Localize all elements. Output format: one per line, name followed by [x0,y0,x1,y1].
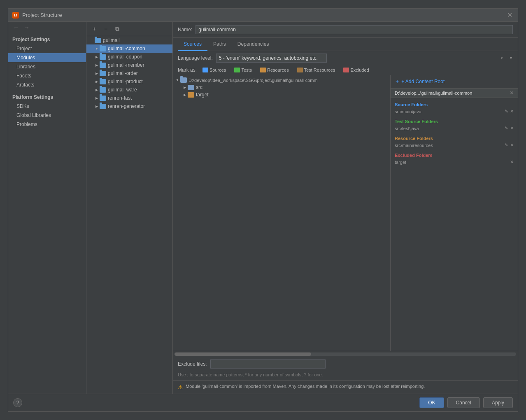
sidebar-item-global-libraries[interactable]: Global Libraries [8,111,86,120]
dir-item-root[interactable]: ▼ D:\develop\Idea_workspace\SGG\project\… [173,77,390,84]
dir-item-src[interactable]: ▶ src [173,84,390,91]
target-folder-icon [188,92,194,98]
dir-arrow-right: ▶ [182,86,188,89]
folder-icon [95,38,101,43]
tree-item-gulimall-product[interactable]: ▶ gulimall-product [86,77,172,86]
root-header-path: D:\develop...\gulimall\gulimall-common [395,91,472,96]
root-folder-icon [180,77,187,83]
mark-as-bar: Mark as: Sources Tests Resources Test Re… [173,65,518,75]
tree-arrow-right: ▶ [94,105,100,108]
source-folder-entry: src\main\java ✎ ✕ [391,108,518,115]
tree-item-gulimall-common[interactable]: ▼ gulimall-common [86,44,172,53]
src-folder-icon [188,85,194,90]
cancel-button[interactable]: Cancel [447,397,480,408]
resource-folder-remove-button[interactable]: ✕ [510,142,514,148]
test-source-folder-remove-button[interactable]: ✕ [510,126,514,131]
test-source-folder-edit-button[interactable]: ✎ [505,126,508,131]
resource-folder-path: src\main\resources [395,143,433,148]
exclude-files-input[interactable] [210,359,326,369]
sidebar-item-modules[interactable]: Modules [8,53,86,62]
horizontal-scrollbar[interactable] [173,351,518,357]
add-content-root-button[interactable]: + + Add Content Root [391,75,518,89]
folder-icon-product [100,79,106,84]
language-level-label: Language level: [178,55,213,61]
mark-as-tests-button[interactable]: Tests [232,67,254,73]
project-structure-dialog: IJ Project Structure ✕ ← → Project Setti… [8,8,518,412]
back-button[interactable]: ← [12,23,21,32]
name-input[interactable] [196,25,513,34]
sidebar-item-libraries[interactable]: Libraries [8,62,86,71]
warning-text: Module 'gulimall-common' is imported fro… [186,383,425,390]
help-button[interactable]: ? [13,398,22,407]
excluded-folder-remove-button[interactable]: ✕ [510,159,514,165]
tree-item-renren-generator[interactable]: ▶ renren-generator [86,102,172,110]
sidebar-item-facets[interactable]: Facets [8,71,86,80]
close-button[interactable]: ✕ [505,11,514,19]
name-label: Name: [178,27,192,33]
tab-sources[interactable]: Sources [178,38,207,51]
mark-as-sources-button[interactable]: Sources [200,67,228,73]
dir-item-target[interactable]: ▶ target [173,91,390,98]
language-level-bar: Language level: 5 - 'enum' keyword, gene… [173,51,518,65]
mark-as-test-resources-button[interactable]: Test Resources [295,67,338,73]
exclude-files-label: Exclude files: [178,361,207,367]
tree-arrow-right: ▶ [94,55,100,59]
forward-button[interactable]: → [22,23,31,32]
tree-arrow-right: ▶ [94,96,100,100]
folder-icon-common [100,46,106,51]
tree-item-gulimall-coupon[interactable]: ▶ gulimall-coupon [86,53,172,61]
resource-folder-edit-button[interactable]: ✎ [505,142,508,148]
folder-icon-renren-fast [100,96,106,101]
dialog-title: Project Structure [22,12,62,18]
excluded-icon [343,68,349,72]
source-folder-remove-button[interactable]: ✕ [510,109,514,114]
lang-dropdown-arrow: ▼ [509,56,513,60]
resource-folder-actions: ✎ ✕ [505,142,514,148]
root-close-button[interactable]: ✕ [510,90,514,96]
copy-module-button[interactable]: ⧉ [113,24,122,33]
root-header: D:\develop...\gulimall\gulimall-common ✕ [391,89,518,98]
root-path-label: D:\develop\Idea_workspace\SGG\project\gu… [189,78,318,83]
excluded-folder-path: target [395,160,406,165]
scrollbar-track [175,352,516,356]
resource-folder-entry: src\main\resources ✎ ✕ [391,142,518,149]
remove-module-button[interactable]: − [101,24,110,33]
source-folder-path: src\main\java [395,109,421,114]
app-icon: IJ [12,12,19,19]
folder-icon-member [100,63,106,68]
tree-item-gulimall-order[interactable]: ▶ gulimall-order [86,69,172,77]
test-source-folder-path: src\test\java [395,126,419,131]
tree-item-renren-fast[interactable]: ▶ renren-fast [86,94,172,102]
add-module-button[interactable]: + [90,24,99,33]
tab-paths[interactable]: Paths [207,38,232,51]
main-content: ← → Project Settings Project Modules Lib… [8,22,518,394]
mark-as-excluded-button[interactable]: Excluded [341,67,371,73]
sidebar-item-problems[interactable]: Problems [8,120,86,129]
sidebar-item-project[interactable]: Project [8,44,86,53]
apply-button[interactable]: Apply [483,397,513,408]
resource-folders-title: Resource Folders [391,134,518,142]
exclude-hint-text: Use ; to separate name patterns, * for a… [173,371,379,380]
sidebar-item-sdks[interactable]: SDKs [8,102,86,111]
scrollbar-thumb [175,352,311,356]
source-folder-edit-button[interactable]: ✎ [505,109,508,114]
tabs-bar: Sources Paths Dependencies [173,38,518,51]
mark-as-label: Mark as: [178,67,197,73]
tab-dependencies[interactable]: Dependencies [232,38,275,51]
ok-button[interactable]: OK [419,397,444,408]
excluded-folder-actions: ✕ [510,159,514,165]
language-level-select[interactable]: 5 - 'enum' keyword, generics, autoboxing… [216,54,327,63]
mark-as-resources-button[interactable]: Resources [258,67,291,73]
project-settings-label: Project Settings [8,33,86,44]
tree-item-gulimall-member[interactable]: ▶ gulimall-member [86,61,172,69]
tests-icon [234,68,240,72]
tree-item-gulimall[interactable]: gulimall [86,36,172,44]
warning-bar: ⚠ Module 'gulimall-common' is imported f… [173,380,518,394]
source-folders-title: Source Folders [391,100,518,108]
source-folder-actions: ✎ ✕ [505,109,514,114]
module-tree: gulimall ▼ gulimall-common ▶ gulimall-co… [86,36,172,394]
tree-item-gulimall-ware[interactable]: ▶ gulimall-ware [86,86,172,94]
excluded-folder-entry: target ✕ [391,159,518,166]
tree-arrow-right: ▶ [94,72,100,75]
sidebar-item-artifacts[interactable]: Artifacts [8,80,86,89]
